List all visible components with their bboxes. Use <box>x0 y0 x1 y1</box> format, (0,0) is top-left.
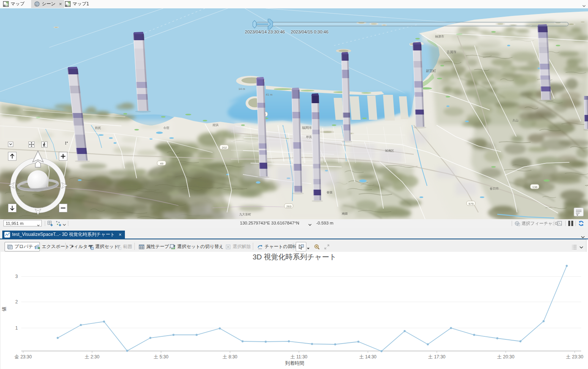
svg-text:263: 263 <box>286 205 292 208</box>
svg-text:2: 2 <box>15 299 18 305</box>
svg-text:土 8:30: 土 8:30 <box>223 354 238 360</box>
svg-text:春日市: 春日市 <box>490 187 499 190</box>
svg-text:土 11:30: 土 11:30 <box>290 354 307 360</box>
svg-text:1: 1 <box>15 325 18 331</box>
svg-text:早良: 早良 <box>306 135 312 139</box>
svg-text:575: 575 <box>468 202 474 206</box>
svg-text:土 17:30: 土 17:30 <box>428 354 446 360</box>
svg-text:福津市: 福津市 <box>435 35 444 38</box>
svg-text:田尻: 田尻 <box>95 126 101 130</box>
svg-text:新宮町: 新宮町 <box>426 69 436 73</box>
svg-text:姪浜: 姪浜 <box>213 123 219 127</box>
svg-text:土 20:30: 土 20:30 <box>497 354 515 360</box>
svg-text:136: 136 <box>532 185 538 189</box>
svg-text:3D 視覚化時系列チャート: 3D 視覚化時系列チャート <box>253 253 337 261</box>
svg-text:脊振: 脊振 <box>326 191 333 194</box>
svg-text:49: 49 <box>160 162 164 165</box>
svg-text:久山: 久山 <box>512 119 519 122</box>
svg-text:土 14:30: 土 14:30 <box>359 354 377 360</box>
svg-text:南畑: 南畑 <box>342 212 348 215</box>
svg-text:3: 3 <box>15 274 18 279</box>
svg-text:到着時間: 到着時間 <box>285 361 304 366</box>
svg-text:202: 202 <box>222 146 227 149</box>
svg-text:福岡市: 福岡市 <box>302 126 312 130</box>
svg-text:金 23:30: 金 23:30 <box>14 354 32 360</box>
svg-text:古賀市: 古賀市 <box>446 50 457 54</box>
svg-text:土 5:30: 土 5:30 <box>154 354 169 360</box>
svg-text:今宿: 今宿 <box>163 126 169 130</box>
svg-text:2023/04/15 0:30:46: 2023/04/15 0:30:46 <box>291 30 328 34</box>
svg-text:2023/04/14 23:30:46: 2023/04/14 23:30:46 <box>245 30 285 34</box>
svg-text:14 m: 14 m <box>238 87 245 91</box>
svg-text:九大新町: 九大新町 <box>239 213 251 216</box>
svg-text:土 23:30: 土 23:30 <box>566 354 583 360</box>
svg-text:城南区: 城南区 <box>385 149 394 152</box>
svg-text:土 2:30: 土 2:30 <box>85 354 99 360</box>
svg-text:値: 値 <box>2 306 7 311</box>
svg-text:41 m: 41 m <box>266 93 273 96</box>
